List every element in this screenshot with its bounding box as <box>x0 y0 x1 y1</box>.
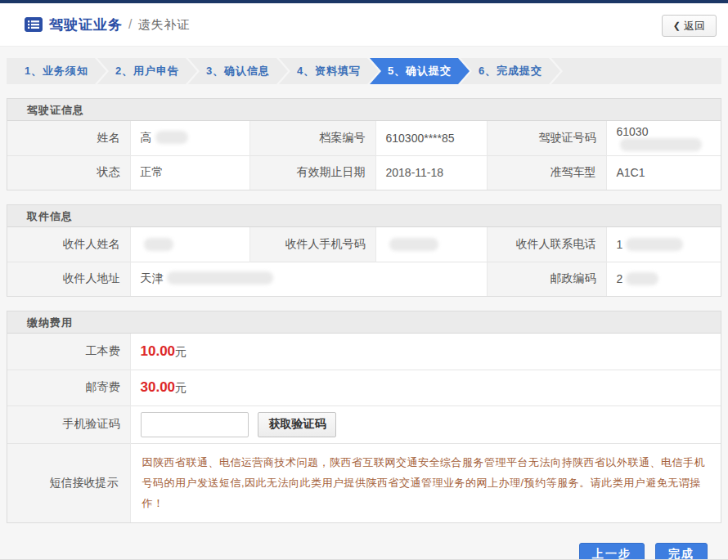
sms-code-cell: 获取验证码 <box>130 405 721 443</box>
payment-section: 缴纳费用 工本费 10.00元 邮寄费 30.00元 手机验证码 获取验证码 短… <box>7 311 721 523</box>
field-label-recipient-mobile: 收件人手机号码 <box>249 227 375 262</box>
license-list-icon <box>25 17 43 32</box>
section-title: 驾驶证信息 <box>7 99 721 121</box>
step-6-complete-submit[interactable]: 6、完成提交 <box>461 58 560 84</box>
field-value-postal-code: 2 <box>606 262 721 296</box>
step-label: 4、资料填写 <box>297 64 361 78</box>
table-row: 状态 正常 有效期止日期 2018-11-18 准驾车型 A1C1 <box>7 155 721 190</box>
field-label-recipient-name: 收件人姓名 <box>7 227 130 262</box>
page-title: 驾驶证业务 <box>49 16 123 34</box>
field-label-expiry-date: 有效期止日期 <box>249 155 375 190</box>
chevron-left-icon: ❮ <box>673 20 681 31</box>
table-row: 工本费 10.00元 <box>7 334 721 370</box>
finish-button[interactable]: 完成 <box>655 543 708 560</box>
steps-bar: 1、业务须知 2、用户申告 3、确认信息 4、资料填写 5、确认提交 6、完成提… <box>7 58 721 84</box>
redacted-value <box>144 238 173 251</box>
step-label: 3、确认信息 <box>206 64 270 78</box>
section-title: 取件信息 <box>7 205 721 227</box>
redacted-value <box>626 238 683 251</box>
fee-unit: 元 <box>175 381 186 394</box>
field-label-vehicle-class: 准驾车型 <box>487 155 606 190</box>
page-header: 驾驶证业务 / 遗失补证 ❮ 返回 <box>0 3 728 47</box>
step-3-confirm-info[interactable]: 3、确认信息 <box>188 58 288 84</box>
sms-notice-label: 短信接收提示 <box>7 443 130 522</box>
redacted-value <box>620 138 702 151</box>
field-label-file-number: 档案编号 <box>249 121 375 155</box>
table-row: 收件人地址 天津 邮政编码 2 <box>7 262 721 296</box>
fee-label-production-cost: 工本费 <box>7 334 130 370</box>
field-label-recipient-phone: 收件人联系电话 <box>487 227 606 262</box>
field-label-license-number: 驾驶证号码 <box>487 121 606 155</box>
license-info-table: 姓名 高 档案编号 610300****85 驾驶证号码 61030 状态 正常… <box>7 121 721 190</box>
step-5-confirm-submit[interactable]: 5、确认提交 <box>370 58 470 84</box>
get-sms-code-button[interactable]: 获取验证码 <box>258 412 336 437</box>
section-title: 缴纳费用 <box>7 311 721 334</box>
field-value-name: 高 <box>130 121 249 155</box>
field-value-recipient-name <box>130 227 249 262</box>
redacted-value <box>626 272 658 285</box>
sms-notice-text: 因陕西省联通、电信运营商技术问题，陕西省互联网交通安全综合服务管理平台无法向持陕… <box>142 452 710 514</box>
payment-table: 工本费 10.00元 邮寄费 30.00元 手机验证码 获取验证码 短信接收提示… <box>7 334 721 522</box>
pickup-info-table: 收件人姓名 收件人手机号码 收件人联系电话 1 收件人地址 天津 邮政编码 2 <box>7 227 721 296</box>
field-value-vehicle-class: A1C1 <box>606 155 721 190</box>
footer-actions: 上一步 完成 <box>0 543 708 560</box>
step-4-fill-data[interactable]: 4、资料填写 <box>279 58 379 84</box>
breadcrumb-current: 遗失补证 <box>137 17 190 33</box>
fee-unit: 元 <box>175 345 186 358</box>
fee-value-postage: 30.00元 <box>130 370 721 405</box>
table-row: 手机验证码 获取验证码 <box>7 405 721 443</box>
back-button-label: 返回 <box>684 19 705 34</box>
step-label: 5、确认提交 <box>388 64 452 78</box>
step-label: 1、业务须知 <box>25 64 88 78</box>
field-value-recipient-phone: 1 <box>606 227 721 262</box>
sms-code-label: 手机验证码 <box>7 405 130 443</box>
step-1-business-notice[interactable]: 1、业务须知 <box>7 58 106 84</box>
fee-label-postage: 邮寄费 <box>7 370 130 405</box>
sms-notice-cell: 因陕西省联通、电信运营商技术问题，陕西省互联网交通安全综合服务管理平台无法向持陕… <box>130 443 721 522</box>
field-value-file-number: 610300****85 <box>375 121 487 155</box>
field-label-status: 状态 <box>7 155 130 190</box>
field-value-expiry-date: 2018-11-18 <box>375 155 487 190</box>
table-row: 收件人姓名 收件人手机号码 收件人联系电话 1 <box>7 227 721 262</box>
field-label-name: 姓名 <box>7 121 130 155</box>
steps-bar-filler <box>551 58 721 84</box>
field-value-recipient-mobile <box>375 227 487 262</box>
redacted-value <box>155 131 188 144</box>
step-2-user-declaration[interactable]: 2、用户申告 <box>97 58 197 84</box>
table-row: 短信接收提示 因陕西省联通、电信运营商技术问题，陕西省互联网交通安全综合服务管理… <box>7 443 721 522</box>
field-value-recipient-address: 天津 <box>130 262 487 296</box>
field-label-recipient-address: 收件人地址 <box>7 262 130 296</box>
field-value-license-number: 61030 <box>606 121 721 155</box>
previous-step-button[interactable]: 上一步 <box>579 543 645 560</box>
field-label-postal-code: 邮政编码 <box>487 262 606 296</box>
table-row: 姓名 高 档案编号 610300****85 驾驶证号码 61030 <box>7 121 721 155</box>
sms-code-input[interactable] <box>141 412 249 437</box>
back-button[interactable]: ❮ 返回 <box>662 15 717 37</box>
fee-amount: 10.00 <box>141 343 176 359</box>
redacted-value <box>389 238 438 251</box>
step-label: 2、用户申告 <box>115 64 179 78</box>
pickup-info-section: 取件信息 收件人姓名 收件人手机号码 收件人联系电话 1 收件人地址 天津 邮政… <box>7 204 721 297</box>
breadcrumb-separator: / <box>128 17 132 32</box>
field-value-status: 正常 <box>130 155 249 190</box>
fee-value-production-cost: 10.00元 <box>130 334 721 370</box>
license-info-section: 驾驶证信息 姓名 高 档案编号 610300****85 驾驶证号码 61030… <box>7 98 721 190</box>
redacted-value <box>167 271 273 284</box>
step-label: 6、完成提交 <box>479 64 542 78</box>
fee-amount: 30.00 <box>141 379 176 395</box>
table-row: 邮寄费 30.00元 <box>7 370 721 405</box>
